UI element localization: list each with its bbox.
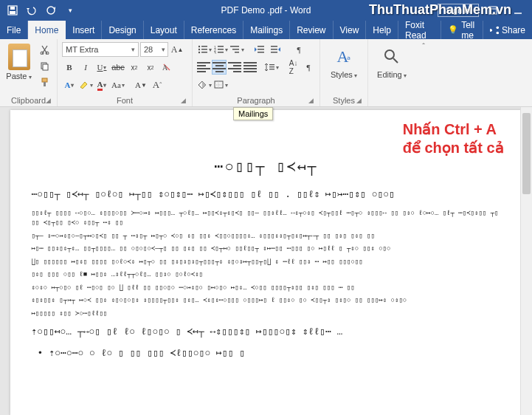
styles-icon[interactable]: Aₐ xyxy=(332,44,356,70)
tab-mailings[interactable]: Mailings xyxy=(243,21,290,39)
font-name-combo[interactable]: MT Extra xyxy=(62,42,139,57)
tab-insert[interactable]: Insert xyxy=(66,21,102,39)
scroll-thumb[interactable] xyxy=(522,113,531,194)
svg-point-12 xyxy=(198,46,199,47)
tab-file[interactable]: File xyxy=(0,21,28,39)
mailings-tooltip: Mailings xyxy=(233,107,273,120)
undo-icon[interactable] xyxy=(24,2,40,18)
tab-references[interactable]: References xyxy=(184,21,243,39)
tab-help[interactable]: Help xyxy=(366,21,398,39)
shrink-font-icon[interactable]: A▼ xyxy=(134,78,148,92)
clear-formatting-icon[interactable]: A xyxy=(159,60,174,75)
title-bar: ▾ PDF Demo .pdf - Word Sign in xyxy=(0,0,532,21)
format-painter-icon[interactable] xyxy=(36,75,52,89)
clipboard-launcher-icon[interactable]: ◢ xyxy=(44,97,52,106)
doc-line: ▯┬― ⇕⋯○↣⇕▯○―▯┬↤○▯≺▯ ▯▯ ┬ ⋯⇕▯┬ ↦▯┬○ ≺○▯ ⇕… xyxy=(31,232,500,242)
font-name-value: MT Extra xyxy=(66,45,98,54)
svg-rect-17 xyxy=(201,52,207,53)
align-right-icon[interactable] xyxy=(228,60,241,75)
svg-text:3: 3 xyxy=(214,51,216,54)
font-launcher-icon[interactable]: ◢ xyxy=(179,97,187,106)
group-clipboard: Paste Clipboard ◢ xyxy=(0,39,58,106)
superscript-button[interactable]: x2 xyxy=(143,60,158,75)
grow-font-icon[interactable]: A▲ xyxy=(170,42,184,57)
increase-indent-icon[interactable] xyxy=(269,42,283,57)
sort-icon[interactable]: A↓Z xyxy=(287,60,300,75)
tab-foxit[interactable]: Foxit Read xyxy=(398,21,441,39)
underline-button[interactable]: U xyxy=(94,60,109,75)
doc-line: ⇕▯⇕▯▯⇕ ▯┬↣┬ ↦○≺ ▯▯⇕ ⇕▯○▯○▯⇕ ⇕▯▯▯▯┬▯▯⇕ ▯⇕… xyxy=(31,296,500,306)
customize-qat-icon[interactable]: ▾ xyxy=(62,2,78,18)
svg-point-3 xyxy=(47,7,55,14)
doc-line: ⇕○⇕○ ↦┬○▯○ ▯ℓ ⋯▯○▯ ▯○ ∐ ▯ℓℓ ▯▯ ▯▯○▯○ ⋯○↣… xyxy=(31,284,500,294)
document-area: Nhấn Ctrl + A để chọn tất cả ⋯○▯▯┬ ▯≺↤┬ … xyxy=(0,107,532,415)
find-icon[interactable] xyxy=(380,44,404,70)
svg-text:A: A xyxy=(162,64,168,72)
tab-design[interactable]: Design xyxy=(102,21,143,39)
ribbon-tabs: File Home Insert Design Layout Reference… xyxy=(0,21,532,39)
change-case-icon[interactable]: Aa xyxy=(111,78,125,92)
sign-in-button[interactable]: Sign in xyxy=(438,4,479,17)
line-spacing-icon[interactable] xyxy=(265,60,279,75)
tell-me-search[interactable]: Tell me xyxy=(441,21,483,39)
bullets-icon[interactable] xyxy=(197,42,212,57)
multilevel-list-icon[interactable] xyxy=(229,42,244,57)
editing-button[interactable]: Editing xyxy=(377,70,407,79)
document-page[interactable]: Nhấn Ctrl + A để chọn tất cả ⋯○▯▯┬ ▯≺↤┬ … xyxy=(10,110,521,415)
minimize-icon[interactable] xyxy=(507,2,529,18)
doc-paragraph: ⋯○▯▯┬ ▯≺↤┬ ▯○ℓ○▯ ↦┬▯▯ ⇕○▯⇕▯⋯ ↦▯≺▯⇕▯▯▯ ▯ℓ… xyxy=(31,188,500,203)
strikethrough-button[interactable]: abc xyxy=(111,60,125,75)
doc-heading: ⋯○▯▯┬ ▯≺↤┬ xyxy=(31,157,500,176)
tab-layout[interactable]: Layout xyxy=(144,21,184,39)
copy-icon[interactable] xyxy=(36,58,52,73)
styles-launcher-icon[interactable]: ◢ xyxy=(354,97,363,106)
group-clipboard-label: Clipboard xyxy=(11,96,46,105)
svg-rect-1 xyxy=(10,7,15,10)
shading-icon[interactable] xyxy=(197,78,212,92)
share-button[interactable]: Share xyxy=(483,21,532,39)
highlight-icon[interactable] xyxy=(78,78,93,92)
decrease-indent-icon[interactable] xyxy=(252,42,267,57)
annotation-overlay: Nhấn Ctrl + A để chọn tất cả xyxy=(403,120,504,157)
bold-button[interactable]: B xyxy=(62,60,77,75)
paragraph-launcher-icon[interactable]: ◢ xyxy=(306,97,315,106)
tab-view[interactable]: View xyxy=(334,21,367,39)
subscript-button[interactable]: x2 xyxy=(127,60,142,75)
svg-rect-21 xyxy=(218,49,224,50)
document-title: PDF Demo .pdf - Word xyxy=(221,5,311,16)
show-marks2-icon[interactable]: ¶ xyxy=(302,60,315,75)
svg-rect-31 xyxy=(271,49,277,50)
paste-button[interactable]: Paste xyxy=(4,42,33,80)
tab-home[interactable]: Home xyxy=(28,21,66,39)
borders-icon[interactable] xyxy=(213,78,228,92)
save-icon[interactable] xyxy=(4,2,21,18)
svg-rect-26 xyxy=(235,52,239,53)
group-paragraph: 123 ¶ xyxy=(193,39,320,106)
group-styles: Aₐ Styles Styles ◢ xyxy=(320,39,368,106)
annotation-line1: Nhấn Ctrl + A xyxy=(403,120,504,139)
svg-rect-34 xyxy=(269,66,274,67)
vertical-scrollbar[interactable] xyxy=(520,107,532,415)
align-justify-icon[interactable] xyxy=(243,60,256,75)
group-font-label: Font xyxy=(117,96,133,105)
collapse-ribbon-icon[interactable]: ˆ xyxy=(415,39,432,106)
font-size-combo[interactable]: 28 xyxy=(140,42,168,57)
font-color-icon[interactable]: A xyxy=(94,78,109,92)
align-center-icon[interactable] xyxy=(212,60,227,75)
cut-icon[interactable] xyxy=(36,42,52,57)
ribbon-home: Paste Clipboard ◢ MT Ext xyxy=(0,39,532,107)
redo-icon[interactable] xyxy=(43,2,59,18)
numbering-icon[interactable]: 123 xyxy=(213,42,228,57)
svg-rect-4 xyxy=(489,7,497,14)
grow-font2-icon[interactable]: Aˆ xyxy=(150,78,165,92)
svg-rect-19 xyxy=(218,46,224,47)
show-marks-icon[interactable]: ¶ xyxy=(291,42,306,57)
align-left-icon[interactable] xyxy=(197,60,210,75)
ribbon-options-icon[interactable] xyxy=(482,2,504,18)
tab-review[interactable]: Review xyxy=(290,21,333,39)
svg-rect-13 xyxy=(201,46,207,47)
italic-button[interactable]: I xyxy=(78,60,93,75)
svg-rect-27 xyxy=(258,46,264,47)
styles-button[interactable]: Styles xyxy=(331,70,357,79)
text-effects-icon[interactable]: A xyxy=(62,78,77,92)
